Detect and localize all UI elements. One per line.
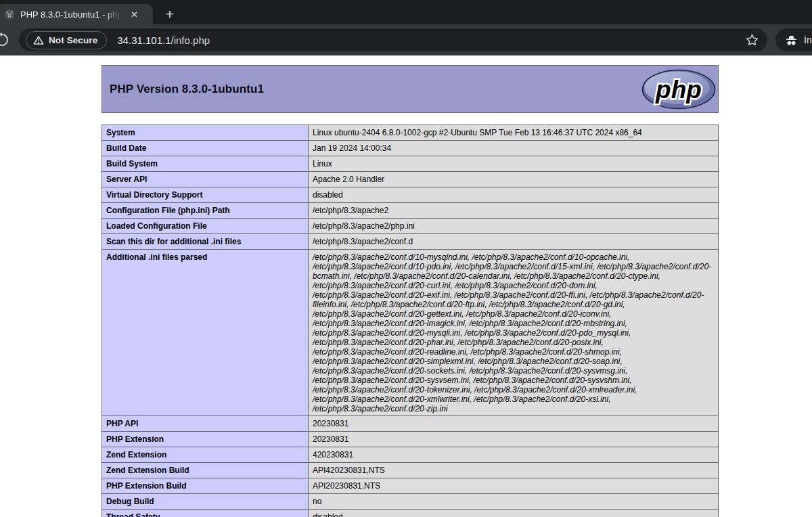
- row-value: 20230831: [309, 416, 719, 432]
- url-text: 34.31.101.1/info.php: [117, 35, 210, 46]
- url-host: 34.31.101.1: [117, 35, 171, 46]
- phpinfo-content: PHP Version 8.3.0-1ubuntu1 php SystemLin…: [102, 55, 719, 517]
- row-value: /etc/php/8.3/apache2/conf.d/10-mysqlnd.i…: [309, 250, 719, 416]
- table-row: Server APIApache 2.0 Handler: [102, 172, 719, 187]
- bookmark-star-icon[interactable]: [745, 33, 759, 47]
- row-label: Build System: [102, 156, 309, 172]
- row-value: /etc/php/8.3/apache2/conf.d: [309, 234, 719, 250]
- row-value: API20230831,NTS: [309, 478, 719, 494]
- row-label: Configuration File (php.ini) Path: [102, 203, 309, 219]
- row-value: /etc/php/8.3/apache2: [309, 203, 719, 219]
- not-secure-label: Not Secure: [49, 35, 97, 45]
- row-value: /etc/php/8.3/apache2/php.ini: [309, 219, 719, 234]
- browser-tab[interactable]: PHP 8.3.0-1ubuntu1 - phpinfo ✕: [0, 4, 153, 24]
- row-value: no: [309, 494, 719, 510]
- row-label: PHP Extension: [102, 432, 309, 447]
- row-label: Build Date: [102, 141, 309, 156]
- table-row: PHP Extension BuildAPI20230831,NTS: [102, 478, 719, 494]
- reload-icon[interactable]: [0, 32, 10, 48]
- table-row: Scan this dir for additional .ini files/…: [102, 234, 719, 250]
- row-label: System: [102, 125, 309, 141]
- row-value: disabled: [309, 510, 719, 517]
- page-viewport: PHP Version 8.3.0-1ubuntu1 php SystemLin…: [0, 55, 812, 517]
- info-table-body: SystemLinux ubuntu-2404 6.8.0-1002-gcp #…: [102, 125, 719, 517]
- table-row: Configuration File (php.ini) Path/etc/ph…: [102, 203, 719, 219]
- table-row: Thread Safetydisabled: [102, 510, 719, 517]
- row-label: Thread Safety: [102, 510, 309, 517]
- row-label: PHP Extension Build: [102, 478, 309, 494]
- row-value: Linux: [309, 156, 719, 172]
- row-label: Debug Build: [102, 494, 309, 510]
- tab-strip: PHP 8.3.0-1ubuntu1 - phpinfo ✕ +: [0, 0, 812, 24]
- browser-chrome: PHP 8.3.0-1ubuntu1 - phpinfo ✕ + Not: [0, 0, 812, 55]
- phpinfo-table: SystemLinux ubuntu-2404 6.8.0-1002-gcp #…: [102, 125, 719, 517]
- row-label: Zend Extension Build: [102, 463, 309, 478]
- table-row: SystemLinux ubuntu-2404 6.8.0-1002-gcp #…: [102, 125, 719, 141]
- row-value: Linux ubuntu-2404 6.8.0-1002-gcp #2-Ubun…: [309, 125, 719, 141]
- php-version-header: PHP Version 8.3.0-1ubuntu1 php: [102, 65, 719, 113]
- new-tab-button[interactable]: +: [161, 5, 179, 23]
- php-logo: php: [641, 69, 716, 110]
- browser-toolbar: Not Secure 34.31.101.1/info.php I: [0, 24, 812, 55]
- tab-close-icon[interactable]: ✕: [129, 8, 140, 21]
- table-row: Zend Extension420230831: [102, 447, 719, 463]
- row-label: Zend Extension: [102, 447, 309, 463]
- globe-favicon-icon: [4, 9, 15, 20]
- table-row: PHP API20230831: [102, 416, 719, 432]
- row-label: Scan this dir for additional .ini files: [102, 234, 309, 250]
- row-label: PHP API: [102, 416, 309, 432]
- row-label: Loaded Configuration File: [102, 219, 309, 234]
- table-row: Build SystemLinux: [102, 156, 719, 172]
- url-path: /info.php: [171, 35, 210, 46]
- row-value: Jan 19 2024 14:00:34: [309, 141, 719, 156]
- row-label: Server API: [102, 172, 309, 187]
- incognito-label: Incognito: [804, 35, 812, 45]
- table-row: Debug Buildno: [102, 494, 719, 510]
- address-bar[interactable]: Not Secure 34.31.101.1/info.php: [19, 28, 767, 51]
- row-value: disabled: [309, 187, 719, 203]
- not-secure-chip[interactable]: Not Secure: [26, 31, 107, 49]
- tab-title: PHP 8.3.0-1ubuntu1 - phpinfo: [20, 9, 123, 20]
- incognito-icon: [785, 35, 798, 46]
- row-value: API420230831,NTS: [309, 463, 719, 478]
- row-value: 20230831: [309, 432, 719, 447]
- table-row: PHP Extension20230831: [102, 432, 719, 447]
- row-value: Apache 2.0 Handler: [309, 172, 719, 187]
- page-title: PHP Version 8.3.0-1ubuntu1: [110, 83, 264, 96]
- table-row: Build DateJan 19 2024 14:00:34: [102, 141, 719, 156]
- table-row: Additional .ini files parsed/etc/php/8.3…: [102, 250, 719, 416]
- row-value: 420230831: [309, 447, 719, 463]
- table-row: Loaded Configuration File/etc/php/8.3/ap…: [102, 219, 719, 234]
- warning-triangle-icon: [33, 35, 44, 45]
- incognito-badge: Incognito: [775, 28, 812, 51]
- row-label: Virtual Directory Support: [102, 187, 309, 203]
- php-logo-text: php: [655, 75, 702, 103]
- table-row: Virtual Directory Supportdisabled: [102, 187, 719, 203]
- table-row: Zend Extension BuildAPI420230831,NTS: [102, 463, 719, 478]
- row-label: Additional .ini files parsed: [102, 250, 309, 416]
